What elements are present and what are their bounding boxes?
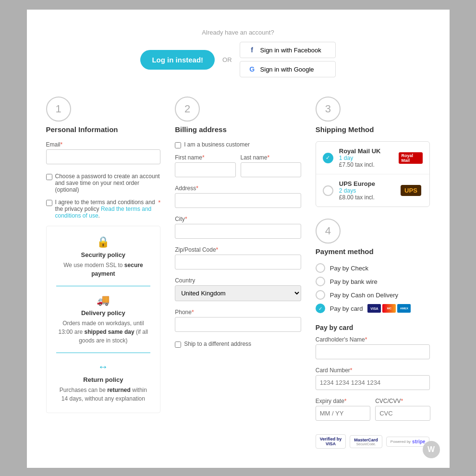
shipping-ups[interactable]: UPS Europe 2 days £8.00 tax incl. UPS — [316, 174, 430, 207]
royal-mail-days: 1 day — [339, 155, 393, 161]
visa-icon: VISA — [367, 304, 381, 313]
step1-column: 1 Personal Information Email* Choose a p… — [46, 97, 161, 413]
email-label: Email* — [46, 141, 161, 148]
step4-title: Payment method — [316, 247, 374, 256]
pay-bank-option[interactable]: Pay by bank wire — [316, 277, 430, 286]
shipping-royal-mail[interactable]: Royal Mail UK 1 day £7.50 tax incl. Roya… — [316, 142, 430, 174]
last-name-input[interactable] — [241, 162, 301, 177]
delivery-policy: 🚚 Delivery policy Orders made on workday… — [56, 294, 151, 353]
ups-price: £8.00 tax incl. — [339, 194, 393, 201]
ups-days: 2 days — [339, 187, 393, 194]
royal-mail-name: Royal Mail UK — [339, 147, 393, 155]
step2-title: Billing address — [175, 125, 227, 134]
card-number-label: Card Number* — [316, 367, 430, 374]
last-name-label: Last name* — [241, 154, 301, 161]
step3-number: 3 — [316, 97, 341, 122]
watermark: W — [423, 441, 440, 458]
ship-different-label: Ship to a different address — [184, 341, 251, 347]
terms-checkbox-label: I agree to the terms and conditions and … — [55, 199, 156, 219]
address-input[interactable] — [175, 193, 301, 208]
google-signin-button[interactable]: G Sign in with Google — [240, 61, 336, 77]
phone-input[interactable] — [175, 317, 301, 332]
facebook-icon: f — [248, 46, 256, 54]
ship-different-checkbox[interactable] — [175, 342, 181, 348]
return-policy: ↔ Return policy Purchases can be returne… — [56, 361, 151, 403]
pay-check-option[interactable]: Pay by Check — [316, 263, 430, 273]
royal-mail-logo: Royal Mail — [399, 151, 423, 165]
facebook-signin-button[interactable]: f Sign in with Facebook — [240, 42, 336, 58]
step3-step4-column: 3 Shipping Method Royal Mail UK 1 day £7… — [316, 97, 430, 449]
expiry-label: Expiry date* — [316, 398, 370, 404]
return-policy-title: Return policy — [56, 376, 151, 383]
zip-input[interactable] — [175, 255, 301, 269]
pay-cash-label: Pay by Cash on Delivery — [330, 292, 398, 299]
ups-name: UPS Europe — [339, 180, 393, 187]
pay-check-radio[interactable] — [316, 263, 325, 273]
business-customer-checkbox[interactable] — [175, 142, 181, 148]
trust-badges: Verified by VISA MasterCard SecureCode. … — [316, 434, 430, 449]
pay-check-label: Pay by Check — [330, 265, 368, 272]
first-name-label: First name* — [175, 154, 235, 161]
royal-mail-radio[interactable] — [323, 153, 333, 163]
delivery-icon: 🚚 — [56, 294, 151, 306]
cvc-label: CVC/CVV* — [375, 398, 430, 404]
ups-logo: UPS — [399, 183, 423, 198]
policy-box: 🔒 Security policy We use modern SSL to s… — [46, 226, 161, 413]
card-number-input[interactable] — [316, 375, 430, 390]
login-button[interactable]: Log in instead! — [140, 50, 215, 70]
security-policy: 🔒 Security policy We use modern SSL to s… — [56, 236, 151, 286]
country-label: Country — [175, 277, 301, 284]
step2-number: 2 — [175, 97, 200, 122]
zip-label: Zip/Postal Code* — [175, 246, 301, 253]
pay-card-label: Pay by card — [330, 305, 363, 312]
pay-cash-option[interactable]: Pay by Cash on Delivery — [316, 290, 430, 300]
expiry-input[interactable] — [316, 406, 370, 421]
shipping-options: Royal Mail UK 1 day £7.50 tax incl. Roya… — [316, 141, 430, 207]
google-icon: G — [248, 65, 256, 73]
step1-title: Personal Information — [46, 125, 118, 134]
city-label: City* — [175, 216, 301, 222]
mastercard-icon: MC — [382, 304, 396, 313]
phone-label: Phone* — [175, 309, 301, 316]
amex-icon: AMEX — [397, 304, 411, 313]
step2-column: 2 Billing address I am a business custom… — [175, 97, 301, 354]
royal-mail-price: £7.50 tax incl. — [339, 161, 393, 168]
password-checkbox-label: Choose a password to create an account a… — [55, 173, 161, 193]
verified-visa-badge: Verified by VISA — [316, 434, 346, 449]
cardholder-label: Cardholder's Name* — [316, 336, 430, 343]
mastercard-badge: MasterCard SecureCode. — [350, 435, 382, 448]
ups-radio[interactable] — [323, 185, 333, 196]
pay-card-radio[interactable] — [316, 304, 325, 313]
first-name-input[interactable] — [175, 162, 235, 177]
pay-bank-radio[interactable] — [316, 277, 325, 286]
pay-cash-radio[interactable] — [316, 290, 325, 300]
delivery-policy-title: Delivery policy — [56, 309, 151, 317]
terms-required: * — [158, 199, 160, 206]
return-policy-text: Purchases can be returned within 14 days… — [56, 386, 151, 403]
city-input[interactable] — [175, 224, 301, 239]
pay-bank-label: Pay by bank wire — [330, 278, 378, 285]
cvc-input[interactable] — [375, 406, 430, 421]
password-checkbox[interactable] — [46, 174, 52, 180]
stripe-badge: Powered by stripe — [386, 437, 429, 447]
business-customer-label: I am a business customer — [184, 141, 250, 148]
card-icons: VISA MC AMEX — [367, 304, 411, 313]
security-policy-text: We use modern SSL to secure payment — [56, 261, 151, 278]
step4-number: 4 — [316, 219, 341, 244]
pay-by-card-title: Pay by card — [316, 324, 430, 331]
step1-number: 1 — [46, 97, 71, 122]
or-divider: OR — [222, 56, 232, 63]
email-input[interactable] — [46, 149, 161, 164]
terms-checkbox[interactable] — [46, 200, 52, 206]
pay-by-card-section: Pay by card Cardholder's Name* Card Numb… — [316, 320, 430, 449]
delivery-policy-text: Orders made on workdays, until 13:00 are… — [56, 319, 151, 345]
address-label: Address* — [175, 185, 301, 192]
return-icon: ↔ — [56, 361, 151, 373]
country-select[interactable]: United Kingdom — [175, 285, 301, 301]
security-policy-title: Security policy — [56, 251, 151, 258]
already-text: Already have an account? — [46, 29, 430, 36]
cardholder-input[interactable] — [316, 344, 430, 359]
pay-card-option[interactable]: Pay by card VISA MC AMEX — [316, 304, 430, 313]
step3-title: Shipping Method — [316, 125, 374, 134]
payment-options: Pay by Check Pay by bank wire Pay by Cas… — [316, 263, 430, 313]
